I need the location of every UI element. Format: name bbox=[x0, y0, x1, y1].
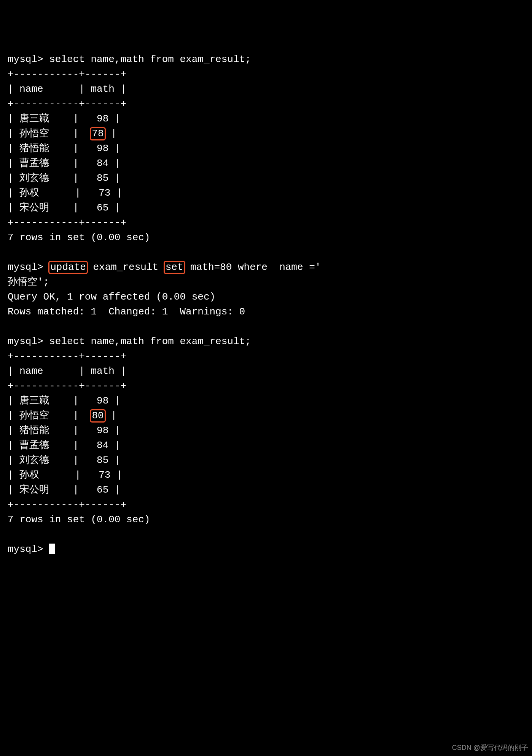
table-row: | 孙悟空 | 80 | bbox=[8, 408, 524, 423]
table-border: +-----------+------+ bbox=[8, 498, 524, 512]
terminal-output: mysql> select name,math from exam_result… bbox=[8, 52, 524, 557]
prompt-line[interactable]: mysql> bbox=[8, 542, 524, 557]
highlighted-value: 78 bbox=[90, 127, 105, 140]
result-summary: 7 rows in set (0.00 sec) bbox=[8, 512, 524, 527]
table-row: | 曹孟德 | 84 | bbox=[8, 156, 524, 171]
table-border: +-----------+------+ bbox=[8, 67, 524, 82]
watermark-text: CSDN @爱写代码的刚子 bbox=[452, 743, 528, 753]
highlighted-value: 80 bbox=[90, 409, 105, 423]
keyword-update: update bbox=[48, 261, 88, 274]
table-row: | 唐三藏 | 98 | bbox=[8, 394, 524, 408]
table-row: | 孙悟空 | 78 | bbox=[8, 126, 524, 141]
table-border: +-----------+------+ bbox=[8, 215, 524, 230]
table-row: | 刘玄德 | 85 | bbox=[8, 171, 524, 186]
query-ok: Query OK, 1 row affected (0.00 sec) bbox=[8, 290, 524, 305]
table-row: | 猪悟能 | 98 | bbox=[8, 423, 524, 438]
sql-query: mysql> select name,math from exam_result… bbox=[8, 334, 524, 349]
sql-update-cont: 孙悟空'; bbox=[8, 275, 524, 290]
rows-matched: Rows matched: 1 Changed: 1 Warnings: 0 bbox=[8, 305, 524, 319]
table-row: | 唐三藏 | 98 | bbox=[8, 112, 524, 126]
table-border: +-----------+------+ bbox=[8, 349, 524, 364]
table-row: | 曹孟德 | 84 | bbox=[8, 438, 524, 453]
table-row: | 刘玄德 | 85 | bbox=[8, 453, 524, 468]
table-row: | 孙权 | 73 | bbox=[8, 186, 524, 201]
cursor-icon bbox=[49, 544, 55, 554]
table-border: +-----------+------+ bbox=[8, 97, 524, 112]
table-row: | 宋公明 | 65 | bbox=[8, 201, 524, 215]
table-header: | name | math | bbox=[8, 82, 524, 97]
sql-update: mysql> update exam_result set math=80 wh… bbox=[8, 260, 524, 275]
table-row: | 宋公明 | 65 | bbox=[8, 483, 524, 498]
table-row: | 孙权 | 73 | bbox=[8, 468, 524, 483]
table-header: | name | math | bbox=[8, 364, 524, 379]
sql-query: mysql> select name,math from exam_result… bbox=[8, 52, 524, 67]
table-border: +-----------+------+ bbox=[8, 379, 524, 394]
table-row: | 猪悟能 | 98 | bbox=[8, 141, 524, 156]
result-summary: 7 rows in set (0.00 sec) bbox=[8, 230, 524, 245]
keyword-set: set bbox=[164, 261, 185, 274]
